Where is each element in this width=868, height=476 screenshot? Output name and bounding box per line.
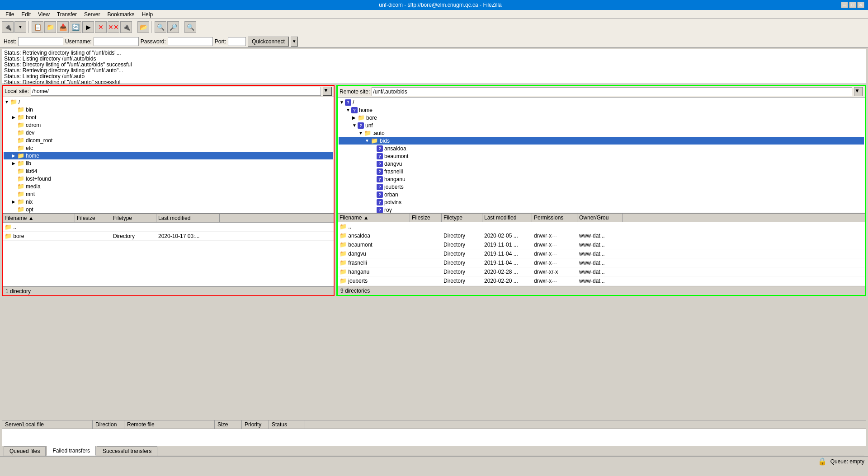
remote-tree-item[interactable]: ?potvins: [339, 198, 864, 206]
toolbar-btn-filter[interactable]: 🔍: [184, 21, 196, 33]
password-input[interactable]: [168, 37, 213, 46]
menu-item-view[interactable]: View: [34, 10, 53, 19]
remote-tree-item[interactable]: ▶📁bore: [339, 114, 864, 121]
local-tree-item[interactable]: 📁mnt: [4, 190, 333, 198]
local-tree-item[interactable]: ▶📁nix: [4, 198, 333, 205]
remote-path-dropdown[interactable]: ▼: [854, 87, 863, 96]
quickconnect-button[interactable]: Quickconnect: [248, 37, 289, 47]
toolbar-btn-compare[interactable]: 🔎: [167, 21, 179, 33]
remote-file-cell: [410, 244, 442, 245]
quickconnect-arrow[interactable]: ▼: [291, 37, 298, 47]
local-tree-item[interactable]: 📁dicom_root: [4, 136, 333, 144]
remote-file-row[interactable]: 📁 frasnelliDirectory2019-11-04 ...drwxr-…: [338, 258, 865, 267]
local-tree-item[interactable]: ▶📁lib: [4, 159, 333, 167]
remote-header-col[interactable]: Permissions: [532, 214, 577, 222]
remote-header-col[interactable]: Filesize: [410, 214, 442, 222]
remote-tree-item[interactable]: ?roy: [339, 206, 864, 214]
local-tree-item[interactable]: ▶📁boot: [4, 113, 333, 121]
remote-file-row[interactable]: 📁 joubertsDirectory2020-02-20 ...drwxr-x…: [338, 276, 865, 285]
toolbar-btn-cancel[interactable]: ✕: [95, 21, 107, 33]
tab-queued_files[interactable]: Queued files: [4, 446, 46, 456]
close-button[interactable]: ✕: [857, 2, 864, 8]
local-file-row[interactable]: 📁 boreDirectory2020-10-17 03:...: [3, 232, 334, 241]
menu-item-file[interactable]: File: [2, 10, 18, 19]
toolbar-btn-cancelall[interactable]: ✕✕: [108, 21, 119, 33]
local-tree-item[interactable]: 📁dev: [4, 129, 333, 136]
local-tree[interactable]: ▼📁/ 📁bin▶📁boot 📁cdrom 📁dev 📁dicom_root 📁…: [3, 97, 334, 214]
local-path-dropdown[interactable]: ▼: [323, 87, 332, 96]
local-tree-item[interactable]: 📁lost+found: [4, 175, 333, 182]
remote-tree-item[interactable]: ?dangvu: [339, 160, 864, 168]
local-tree-item[interactable]: 📁lib64: [4, 167, 333, 175]
minimize-button[interactable]: ─: [841, 2, 848, 8]
transfer-queue-header: Server/Local fileDirectionRemote fileSiz…: [2, 420, 866, 429]
tab-failed_transfers[interactable]: Failed transfers: [47, 446, 96, 456]
local-tree-item[interactable]: 📁cdrom: [4, 121, 333, 129]
remote-tree-item[interactable]: ?orban: [339, 191, 864, 198]
remote-tree-item[interactable]: ▼📁.auto: [339, 129, 864, 137]
local-header-col[interactable]: Filetype: [111, 214, 156, 222]
local-header-col[interactable]: Filename ▲: [3, 214, 75, 222]
remote-file-row[interactable]: 📁 dangvuDirectory2019-11-04 ...drwxr-x--…: [338, 249, 865, 258]
remote-tree-item[interactable]: ?hanganu: [339, 175, 864, 183]
status-message: Status: Listing directory /unf/.auto: [4, 74, 864, 79]
remote-file-cell: drwxr-x---: [532, 259, 577, 266]
username-input[interactable]: [94, 37, 139, 46]
remote-tree-item[interactable]: ?frasnelli: [339, 168, 864, 175]
toolbar-btn-2[interactable]: 📁: [44, 21, 56, 33]
local-header-col[interactable]: Filesize: [75, 214, 111, 222]
local-tree-item[interactable]: 📁etc: [4, 144, 333, 152]
status-message: Status: Listing directory /unf/.auto/bid…: [4, 56, 864, 62]
tree-item-label: potvins: [384, 199, 401, 205]
local-header-col[interactable]: Last modified: [156, 214, 220, 222]
toolbar-btn-4[interactable]: 🔄: [70, 21, 81, 33]
remote-header-col[interactable]: Owner/Grou: [577, 214, 623, 222]
local-tree-item[interactable]: 📁media: [4, 182, 333, 190]
remote-file-row[interactable]: 📁 beaumontDirectory2019-11-01 ...drwxr-x…: [338, 240, 865, 249]
remote-header-col[interactable]: Last modified: [482, 214, 532, 222]
local-tree-item[interactable]: 📁bin: [4, 106, 333, 113]
remote-header-col[interactable]: Filetype: [442, 214, 482, 222]
port-input[interactable]: [228, 37, 246, 46]
local-file-row[interactable]: 📁 ..: [3, 223, 334, 232]
toolbar-btn-sync[interactable]: 🔍: [155, 21, 166, 33]
local-tree-item[interactable]: ▶📁home: [4, 152, 333, 159]
remote-tree-item[interactable]: ?beaumont: [339, 152, 864, 160]
toolbar-btn-1[interactable]: 🔌: [2, 21, 14, 33]
tab-successful_transfers[interactable]: Successful transfers: [97, 446, 157, 456]
host-input[interactable]: [18, 37, 63, 46]
remote-file-row[interactable]: 📁 ansaldoaDirectory2020-02-05 ...drwxr-x…: [338, 231, 865, 240]
remote-file-row[interactable]: 📁 hanganuDirectory2020-02-28 ...drwxr-xr…: [338, 267, 865, 276]
remote-path-input[interactable]: [372, 87, 852, 96]
remote-file-cell: 2020-02-28 ...: [482, 268, 532, 275]
menu-item-bookmarks[interactable]: Bookmarks: [104, 10, 138, 19]
toolbar-btn-sitemgr[interactable]: 📋: [32, 21, 43, 33]
local-file-cell: 📁 ..: [3, 223, 75, 231]
local-file-cell: 📁 bore: [3, 232, 75, 240]
toolbar-btn-processqueue[interactable]: ▶: [82, 21, 94, 33]
toolbar-btn-disconnect[interactable]: 🔌: [120, 21, 132, 33]
remote-file-row[interactable]: 📁 ..: [338, 222, 865, 231]
toolbar-dropdown-1[interactable]: ▼: [14, 21, 26, 33]
toolbar-btn-3[interactable]: 📥: [57, 21, 69, 33]
remote-tree[interactable]: ▼?/▼?home▶📁bore▼?unf▼📁.auto▼📁bids ?ansal…: [338, 98, 865, 214]
local-tree-item[interactable]: 📁opt: [4, 205, 333, 213]
remote-tree-item[interactable]: ▼📁bids: [339, 137, 864, 145]
local-panel: Local site: ▼ ▼📁/ 📁bin▶📁boot 📁cdrom 📁dev…: [2, 85, 335, 296]
remote-file-cell: 📁 jouberts: [338, 277, 410, 285]
menu-item-transfer[interactable]: Transfer: [53, 10, 80, 19]
local-path-input[interactable]: [31, 87, 321, 96]
titlebar-controls: ─ □ ✕: [841, 2, 864, 8]
remote-tree-item[interactable]: ▼?unf: [339, 121, 864, 129]
menu-item-edit[interactable]: Edit: [18, 10, 34, 19]
remote-tree-item[interactable]: ?jouberts: [339, 183, 864, 191]
toolbar-btn-filemgr[interactable]: 📂: [137, 21, 149, 33]
remote-tree-item[interactable]: ▼?/: [339, 98, 864, 106]
restore-button[interactable]: □: [849, 2, 856, 8]
menu-item-help[interactable]: Help: [138, 10, 156, 19]
menu-item-server[interactable]: Server: [80, 10, 104, 19]
remote-header-col[interactable]: Filename ▲: [338, 214, 410, 222]
remote-tree-item[interactable]: ▼?home: [339, 106, 864, 114]
local-tree-item[interactable]: ▼📁/: [4, 98, 333, 106]
remote-tree-item[interactable]: ?ansaldoa: [339, 145, 864, 152]
